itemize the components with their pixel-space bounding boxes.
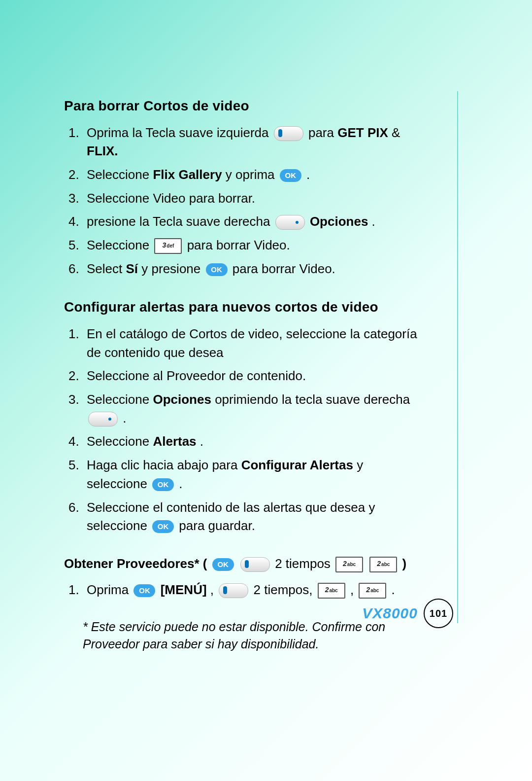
page-footer: VX8000 101: [362, 599, 453, 628]
key-digit: 2: [377, 560, 381, 568]
text: y oprima: [226, 167, 278, 182]
step: Seleccione Opciones oprimiendo la tecla …: [83, 388, 424, 430]
text-bold: GET PIX: [337, 125, 388, 140]
text: Oprima la Tecla suave izquierda: [87, 125, 272, 140]
text: ,: [210, 582, 217, 597]
text: Seleccione: [87, 434, 153, 449]
heading-delete-shorts: Para borrar Cortos de video: [64, 96, 424, 116]
step: Seleccione 3def para borrar Video.: [83, 234, 424, 257]
keypad-2-icon: 2abc: [335, 557, 363, 572]
ok-key-icon: OK: [152, 478, 174, 491]
text-bold: FLIX.: [87, 143, 118, 158]
keypad-2-icon: 2abc: [359, 583, 386, 599]
text: Seleccione: [87, 167, 153, 182]
text: Seleccione: [87, 392, 153, 407]
key-digit: 3: [163, 241, 166, 249]
vertical-rule: [457, 91, 458, 623]
step: Seleccione Flix Gallery y oprima OK .: [83, 163, 424, 187]
keypad-2-icon: 2abc: [369, 557, 397, 572]
step: Seleccione Video para borrar.: [83, 187, 424, 211]
steps-delete-shorts: Oprima la Tecla suave izquierda para GET…: [64, 121, 424, 281]
page-content: Para borrar Cortos de video Oprima la Te…: [64, 96, 424, 653]
right-softkey-icon: [275, 215, 305, 230]
text-bold: Opciones: [310, 214, 368, 229]
text-bold: Sí: [126, 261, 138, 276]
key-sub: abc: [381, 562, 390, 567]
ok-key-icon: OK: [133, 584, 155, 597]
ok-key-icon: OK: [152, 520, 174, 533]
text: .: [392, 582, 395, 597]
model-label: VX8000: [362, 605, 418, 622]
text-bold: [MENÚ]: [161, 582, 207, 597]
text: .: [179, 476, 182, 491]
text: Seleccione: [87, 238, 153, 252]
text: Obtener Proveedores* (: [64, 556, 211, 571]
key-sub: abc: [347, 562, 356, 567]
step: Seleccione el contenido de las alertas q…: [83, 496, 424, 538]
text-bold: Alertas: [153, 434, 196, 449]
step: En el catálogo de Cortos de video, selec…: [83, 322, 424, 364]
keypad-3-icon: 3def: [154, 238, 182, 254]
key-sub: abc: [329, 588, 337, 593]
heading-configure-alerts: Configurar alertas para nuevos cortos de…: [64, 297, 424, 318]
key-digit: 2: [325, 586, 329, 594]
key-sub: def: [166, 243, 174, 248]
text: Haga clic hacia abajo para: [87, 458, 241, 472]
heading-get-providers: Obtener Proveedores* ( OK 2 tiempos 2abc…: [64, 555, 424, 573]
step: Oprima la Tecla suave izquierda para GET…: [83, 121, 424, 163]
key-digit: 2: [366, 586, 370, 594]
text: &: [392, 125, 400, 140]
text: para borrar Video.: [187, 238, 290, 252]
text-bold: Opciones: [153, 392, 211, 407]
step: Seleccione Alertas .: [83, 430, 424, 454]
step: presione la Tecla suave derecha Opciones…: [83, 210, 424, 234]
text-bold: Configurar Alertas: [241, 458, 353, 472]
ok-key-icon: OK: [280, 169, 301, 182]
right-softkey-icon: [88, 412, 118, 426]
text: para borrar Video.: [233, 261, 335, 276]
text: ): [402, 556, 407, 571]
text-bold: Flix Gallery: [153, 167, 222, 182]
key-sub: abc: [370, 588, 379, 593]
keypad-2-icon: 2abc: [318, 583, 345, 599]
text: ,: [350, 582, 357, 597]
text: Select: [87, 261, 126, 276]
text: para guardar.: [179, 518, 255, 533]
text: para: [308, 125, 337, 140]
text: Oprima: [87, 582, 132, 597]
text: .: [372, 214, 375, 229]
key-digit: 2: [343, 560, 347, 568]
text: oprimiendo la tecla suave derecha: [215, 392, 410, 407]
page-number: 101: [424, 599, 453, 628]
text: y presione: [141, 261, 204, 276]
ok-key-icon: OK: [212, 558, 234, 571]
text: .: [123, 411, 126, 426]
text: presione la Tecla suave derecha: [87, 214, 274, 229]
step: Seleccione al Proveedor de contenido.: [83, 364, 424, 388]
text: .: [200, 434, 203, 449]
text: 2 tiempos,: [254, 582, 316, 597]
left-softkey-icon: [240, 557, 270, 572]
steps-configure-alerts: En el catálogo de Cortos de video, selec…: [64, 322, 424, 538]
text: .: [306, 167, 310, 182]
step: Haga clic hacia abajo para Configurar Al…: [83, 454, 424, 496]
left-softkey-icon: [219, 583, 248, 598]
text: 2 tiempos: [275, 556, 334, 571]
step: Select Sí y presione OK para borrar Vide…: [83, 257, 424, 281]
ok-key-icon: OK: [206, 263, 228, 276]
left-softkey-icon: [274, 126, 303, 141]
